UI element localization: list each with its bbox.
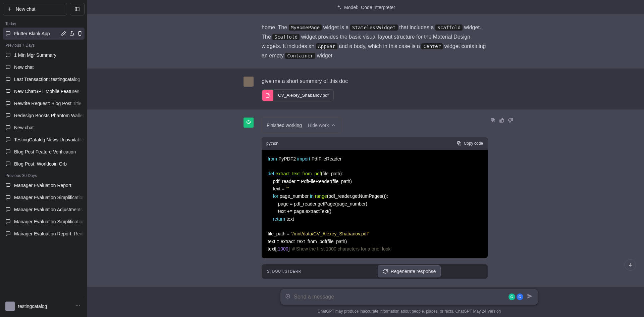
sidebar-item[interactable]: New chat bbox=[3, 122, 85, 134]
chevron-up-icon bbox=[331, 123, 336, 128]
model-bar: Model: Code Interpreter bbox=[87, 0, 644, 15]
chat-icon bbox=[5, 219, 11, 224]
sidebar-item[interactable]: New ChatGPT Mobile Features bbox=[3, 85, 85, 97]
user-menu-button[interactable] bbox=[74, 302, 82, 311]
sidebar-item[interactable]: Last Transaction: testingcatalog bbox=[3, 73, 85, 85]
model-prefix: Model: bbox=[344, 5, 358, 10]
sidebar-item-label: Blog Post: Worldcoin Orb bbox=[14, 161, 67, 167]
conversation[interactable]: home. The MyHomePage widget is a Statele… bbox=[87, 15, 644, 317]
inline-code: StatelessWidget bbox=[350, 25, 398, 31]
chat-icon bbox=[5, 231, 11, 236]
hide-work-button[interactable]: Hide work bbox=[308, 121, 336, 130]
main: Model: Code Interpreter home. The MyHome… bbox=[87, 0, 644, 317]
sidebar-item-label: Last Transaction: testingcatalog bbox=[14, 77, 80, 82]
sidebar-item[interactable]: Manager Evaluation Report: Review bbox=[3, 228, 85, 240]
svg-point-4 bbox=[248, 122, 250, 124]
composer: G G bbox=[280, 289, 538, 305]
thumbs-up-icon bbox=[499, 118, 504, 123]
thumbs-down-button[interactable] bbox=[508, 118, 513, 124]
inline-code: AppBar bbox=[316, 43, 337, 49]
sidebar-item[interactable]: Manager Evaluation Adjustments bbox=[3, 203, 85, 216]
clipboard-icon bbox=[490, 118, 496, 123]
sidebar-item[interactable]: Manager Evaluation Simplification bbox=[3, 191, 85, 203]
chat-icon bbox=[5, 125, 11, 130]
plus-icon bbox=[7, 6, 12, 12]
sidebar-item[interactable]: Rewrite Request: Blog Post Title bbox=[3, 97, 85, 109]
sidebar-item[interactable]: Manager Evaluation Simplification bbox=[3, 216, 85, 228]
assistant-text: home. The MyHomePage widget is a Statele… bbox=[262, 23, 488, 60]
rename-button[interactable] bbox=[61, 31, 66, 37]
thumbs-up-button[interactable] bbox=[499, 118, 504, 124]
sidebar-item-label: Rewrite Request: Blog Post Title bbox=[14, 101, 82, 106]
inline-code: Scaffold bbox=[435, 25, 463, 31]
chat-icon bbox=[5, 89, 11, 94]
sidebar-item[interactable]: New chat bbox=[3, 61, 85, 73]
sidebar-item[interactable]: Redesign Boosts Phantom Wallet bbox=[3, 109, 85, 122]
sidebar-item-label: Flutter Blank App bbox=[14, 31, 50, 36]
user-message: give me a short summary of this doc CV_A… bbox=[87, 69, 644, 109]
file-icon bbox=[262, 90, 273, 101]
svg-rect-0 bbox=[75, 7, 79, 11]
chat-icon bbox=[5, 77, 11, 82]
chat-icon bbox=[5, 52, 11, 58]
regenerate-button[interactable]: Regenerate response bbox=[378, 265, 441, 277]
delete-button[interactable] bbox=[77, 31, 83, 37]
sidebar-item-label: Manager Evaluation Report bbox=[14, 183, 71, 188]
copy-message-button[interactable] bbox=[490, 118, 496, 124]
scroll-to-bottom-button[interactable] bbox=[625, 259, 636, 271]
grammarly-icon[interactable]: G bbox=[517, 293, 523, 300]
assistant-avatar bbox=[244, 118, 254, 128]
send-button[interactable] bbox=[527, 293, 533, 301]
svg-point-1 bbox=[76, 305, 76, 306]
sidebar-item[interactable]: 1 Min Mgr Summary bbox=[3, 49, 85, 61]
grammarly-icon[interactable]: G bbox=[508, 293, 515, 300]
chat-icon bbox=[5, 101, 11, 106]
sidebar-item-label: New ChatGPT Mobile Features bbox=[14, 89, 79, 94]
chat-icon bbox=[5, 161, 11, 167]
code-content[interactable]: from PyPDF2 import PdfFileReader def ext… bbox=[262, 150, 488, 258]
attachment-chip[interactable]: CV_Alexey_Shabanov.pdf bbox=[262, 89, 334, 101]
refresh-icon bbox=[383, 269, 388, 274]
assistant-message: Finished working Hide work python Copy c… bbox=[87, 109, 644, 287]
inline-code: Center bbox=[421, 43, 443, 49]
new-chat-button[interactable]: New chat bbox=[3, 3, 67, 15]
sidebar: New chat TodayFlutter Blank AppPrevious … bbox=[0, 0, 87, 317]
stdout-label: STDOUT/STDERR bbox=[267, 269, 301, 273]
footer-note: ChatGPT may produce inaccurate informati… bbox=[258, 309, 560, 314]
attachment-name: CV_Alexey_Shabanov.pdf bbox=[273, 92, 333, 99]
chat-icon bbox=[5, 195, 11, 200]
message-input[interactable] bbox=[294, 294, 505, 300]
sidebar-item-label: 1 Min Mgr Summary bbox=[14, 52, 56, 58]
sidebar-footer: testingcatalog bbox=[3, 298, 85, 314]
svg-point-3 bbox=[79, 305, 80, 306]
sidebar-item[interactable]: Manager Evaluation Report bbox=[3, 179, 85, 191]
pencil-icon bbox=[61, 31, 66, 36]
sidebar-item[interactable]: Blog Post: Worldcoin Orb bbox=[3, 158, 85, 170]
chat-icon bbox=[5, 113, 11, 118]
chat-icon bbox=[5, 207, 11, 212]
inline-code: Scaffold bbox=[272, 34, 300, 40]
username: testingcatalog bbox=[18, 304, 47, 309]
sidebar-heading: Today bbox=[3, 18, 85, 28]
copy-code-button[interactable]: Copy code bbox=[457, 140, 483, 147]
hide-sidebar-button[interactable] bbox=[70, 3, 85, 15]
chat-icon bbox=[5, 183, 11, 188]
code-language: python bbox=[266, 140, 278, 147]
sidebar-item[interactable]: Flutter Blank App bbox=[3, 28, 85, 40]
sidebar-item[interactable]: TestingCatalog News Unavailable bbox=[3, 134, 85, 146]
sparkle-icon bbox=[336, 5, 341, 10]
model-name: Code Interpreter bbox=[361, 5, 395, 10]
inline-code: MyHomePage bbox=[289, 25, 322, 31]
ellipsis-icon bbox=[75, 303, 80, 308]
chat-icon bbox=[5, 149, 11, 154]
sidebar-scroll[interactable]: TodayFlutter Blank AppPrevious 7 Days1 M… bbox=[3, 18, 85, 298]
chat-icon bbox=[5, 64, 11, 70]
send-icon bbox=[527, 293, 533, 300]
attach-button[interactable] bbox=[285, 293, 290, 300]
clipboard-icon bbox=[457, 141, 462, 146]
version-link[interactable]: ChatGPT May 24 Version bbox=[455, 309, 501, 314]
plus-circle-icon bbox=[285, 293, 290, 299]
share-button[interactable] bbox=[69, 31, 74, 37]
sidebar-item-label: New chat bbox=[14, 64, 34, 70]
sidebar-item[interactable]: Blog Post Feature Verification bbox=[3, 146, 85, 158]
